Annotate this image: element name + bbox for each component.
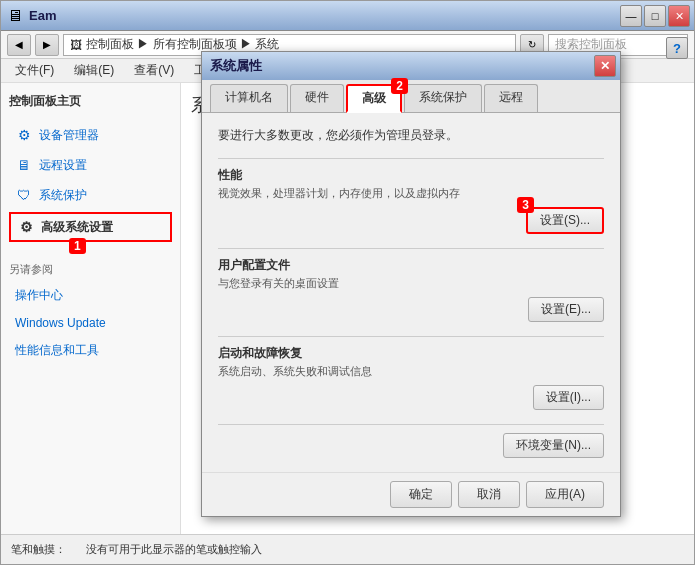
env-variables-row: 环境变量(N)... [218,433,604,458]
section-startup-recovery: 启动和故障恢复 系统启动、系统失败和调试信息 设置(I)... [218,345,604,410]
sidebar: 控制面板主页 ⚙ 设备管理器 🖥 远程设置 🛡 系统保护 ⚙ 高级系统设置 1 [1,83,181,536]
title-bar-buttons: — □ ✕ [620,5,690,27]
badge-1: 1 [69,238,86,254]
system-properties-dialog: 系统属性 ✕ 计算机名 硬件 高级 2 系统保护 远程 要进行大多数更改，您必须… [201,51,621,517]
tab-system-protection[interactable]: 系统保护 [404,84,482,112]
badge-3: 3 [517,197,534,213]
sidebar-item-action-center[interactable]: 操作中心 [9,283,172,308]
advanced-settings-icon: ⚙ [17,218,35,236]
windows-update-label: Windows Update [15,316,106,330]
performance-label: 性能信息和工具 [15,342,99,359]
dialog-footer: 确定 取消 应用(A) [202,472,620,516]
status-right: 没有可用于此显示器的笔或触控输入 [86,542,262,557]
back-button[interactable]: ◀ [7,34,31,56]
dialog-title-text: 系统属性 [210,57,262,75]
section-performance-title: 性能 [218,167,604,184]
title-bar: 🖥 Eam — □ ✕ [1,1,694,31]
sidebar-item-system-protection[interactable]: 🛡 系统保护 [9,182,172,208]
sidebar-label-remote-settings: 远程设置 [39,157,87,174]
separator-2 [218,248,604,249]
cancel-button[interactable]: 取消 [458,481,520,508]
sidebar-item-windows-update[interactable]: Windows Update [9,312,172,334]
dialog-notice: 要进行大多数更改，您必须作为管理员登录。 [218,127,604,144]
section-performance-desc: 视觉效果，处理器计划，内存使用，以及虚拟内存 [218,186,604,201]
sidebar-item-remote-settings[interactable]: 🖥 远程设置 [9,152,172,178]
sidebar-label-device-manager: 设备管理器 [39,127,99,144]
remote-settings-icon: 🖥 [15,156,33,174]
badge-2: 2 [391,78,408,94]
window-title: Eam [29,8,56,23]
sidebar-item-device-manager[interactable]: ⚙ 设备管理器 [9,122,172,148]
section-user-profiles: 用户配置文件 与您登录有关的桌面设置 设置(E)... [218,257,604,322]
help-icon-button[interactable]: ? [666,37,688,59]
window-icon: 🖥 [7,7,23,25]
startup-settings-button[interactable]: 设置(I)... [533,385,604,410]
tab-remote[interactable]: 远程 [484,84,538,112]
section-performance: 性能 视觉效果，处理器计划，内存使用，以及虚拟内存 设置(S)... 3 [218,167,604,234]
tab-advanced[interactable]: 高级 2 [346,84,402,113]
tab-advanced-label: 高级 [362,91,386,105]
dialog-body: 要进行大多数更改，您必须作为管理员登录。 性能 视觉效果，处理器计划，内存使用，… [202,113,620,472]
minimize-button[interactable]: — [620,5,642,27]
section-user-profiles-btn-row: 设置(E)... [218,297,604,322]
env-variables-button[interactable]: 环境变量(N)... [503,433,604,458]
path-icon: 🖼 [70,38,82,52]
apply-button[interactable]: 应用(A) [526,481,604,508]
status-left: 笔和触摸： [11,542,66,557]
sidebar-label-system-protection: 系统保护 [39,187,87,204]
device-manager-icon: ⚙ [15,126,33,144]
separator-3 [218,336,604,337]
status-bar: 笔和触摸： 没有可用于此显示器的笔或触控输入 [1,534,694,564]
sidebar-item-performance[interactable]: 性能信息和工具 [9,338,172,363]
performance-settings-button[interactable]: 设置(S)... [526,207,604,234]
separator-4 [218,424,604,425]
ok-button[interactable]: 确定 [390,481,452,508]
section-user-profiles-title: 用户配置文件 [218,257,604,274]
menu-file[interactable]: 文件(F) [7,60,62,81]
menu-edit[interactable]: 编辑(E) [66,60,122,81]
forward-button[interactable]: ▶ [35,34,59,56]
sidebar-title: 控制面板主页 [9,93,172,110]
sidebar-label-advanced-settings: 高级系统设置 [41,219,113,236]
close-button[interactable]: ✕ [668,5,690,27]
section-user-profiles-desc: 与您登录有关的桌面设置 [218,276,604,291]
section-performance-btn-row: 设置(S)... 3 [218,207,604,234]
system-protection-icon: 🛡 [15,186,33,204]
section-startup-desc: 系统启动、系统失败和调试信息 [218,364,604,379]
tab-computer-name[interactable]: 计算机名 [210,84,288,112]
sidebar-item-advanced-settings[interactable]: ⚙ 高级系统设置 [9,212,172,242]
user-profiles-settings-button[interactable]: 设置(E)... [528,297,604,322]
separator-1 [218,158,604,159]
dialog-title-bar: 系统属性 ✕ [202,52,620,80]
menu-view[interactable]: 查看(V) [126,60,182,81]
dialog-close-button[interactable]: ✕ [594,55,616,77]
tab-hardware[interactable]: 硬件 [290,84,344,112]
section-startup-btn-row: 设置(I)... [218,385,604,410]
sidebar-bottom-title: 另请参阅 [9,262,172,277]
section-startup-title: 启动和故障恢复 [218,345,604,362]
maximize-button[interactable]: □ [644,5,666,27]
sidebar-bottom: 另请参阅 操作中心 Windows Update 性能信息和工具 [9,262,172,363]
action-center-label: 操作中心 [15,287,63,304]
main-window: 🖥 Eam — □ ✕ ◀ ▶ 🖼 控制面板 ▶ 所有控制面板项 ▶ 系统 ↻ … [0,0,695,565]
dialog-tabs: 计算机名 硬件 高级 2 系统保护 远程 [202,80,620,113]
